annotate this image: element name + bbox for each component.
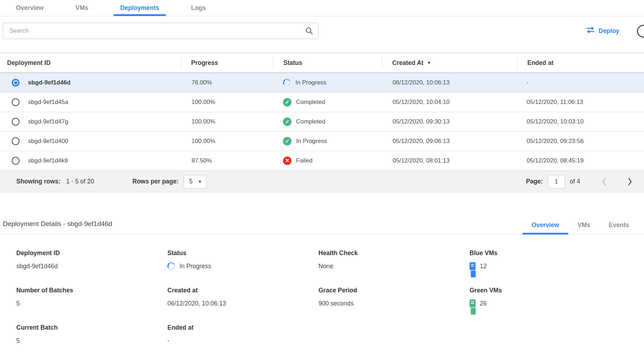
cell-progress: 87.50% xyxy=(181,157,273,164)
swap-arrows-icon xyxy=(586,26,595,35)
table-row[interactable]: sbgd-9ef1d4k8 87.50% Failed 05/12/2020, … xyxy=(0,151,644,171)
details-title: Deployment Details - sbgd-9ef1d46d xyxy=(3,220,112,228)
detail-field-label: Blue VMs xyxy=(470,249,644,257)
cell-created-at: 05/12/2020, 09:06:13 xyxy=(382,138,517,145)
status-icon xyxy=(283,137,292,145)
top-tab-bar: Overview VMs Deployments Logs xyxy=(0,0,644,16)
detail-field: Deployment ID sbgd-9ef1d46d xyxy=(16,249,167,270)
details-tab[interactable]: Overview xyxy=(522,221,568,235)
status-text: In Progress xyxy=(296,138,327,145)
detail-field-value: sbgd-9ef1d46d xyxy=(16,262,167,270)
column-header-status[interactable]: Status xyxy=(273,57,382,68)
details-tab[interactable]: VMs xyxy=(568,221,600,235)
row-radio-button[interactable] xyxy=(12,137,20,145)
search-input[interactable] xyxy=(3,23,318,39)
detail-field: Status In Progress xyxy=(167,249,318,270)
cell-deployment-id: sbgd-9ef1d45a xyxy=(0,98,181,106)
rows-per-page-select[interactable]: 5 ▼ xyxy=(184,175,206,188)
top-tab[interactable]: Overview xyxy=(9,0,50,16)
page-label: Page: xyxy=(526,178,543,185)
detail-field-label: Deployment ID xyxy=(16,249,167,257)
page-number-input[interactable] xyxy=(548,175,565,188)
cell-ended-at: 05/12/2020, 08:45:19 xyxy=(517,157,644,164)
detail-value-text: 5 xyxy=(16,300,20,307)
cell-created-at: 05/12/2020, 09:30:13 xyxy=(382,118,517,125)
chevron-down-icon: ▼ xyxy=(198,179,202,184)
table-header-row: Deployment ID Progress Status Created At… xyxy=(0,53,644,73)
detail-field-label: Number of Batches xyxy=(16,287,167,294)
detail-field: Number of Batches 5 xyxy=(16,287,167,308)
deployment-id-text: sbgd-9ef1d400 xyxy=(28,138,68,145)
column-header-ended-at[interactable]: Ended at xyxy=(517,57,644,68)
cell-created-at: 06/12/2020, 10:06:13 xyxy=(382,79,517,86)
refresh-icon[interactable] xyxy=(634,22,644,40)
column-header-deployment-id[interactable]: Deployment ID xyxy=(0,57,181,68)
detail-value-text: sbgd-9ef1d46d xyxy=(16,263,58,270)
details-fields-grid: Deployment ID sbgd-9ef1d46d Status In Pr… xyxy=(0,235,644,345)
detail-field: Health Check None xyxy=(318,249,470,270)
status-text: Completed xyxy=(296,99,325,106)
detail-field-label: Green VMs xyxy=(470,287,644,294)
status-text: In Progress xyxy=(295,79,326,86)
detail-field-value: 900 seconds xyxy=(318,299,470,308)
table-row[interactable]: sbgd-9ef1d400 100.00% In Progress 05/12/… xyxy=(0,132,644,151)
detail-field-label: Created at xyxy=(167,287,318,294)
detail-field-value: 12 xyxy=(470,262,644,270)
rows-per-page-label: Rows per page: xyxy=(132,178,178,185)
detail-field-value: 06/12/2020, 10:06:13 xyxy=(167,299,318,308)
detail-field: Grace Period 900 seconds xyxy=(318,287,470,308)
next-page-button[interactable] xyxy=(626,176,634,187)
previous-page-button[interactable] xyxy=(600,176,608,187)
detail-field: Created at 06/12/2020, 10:06:13 xyxy=(167,287,318,308)
row-radio-button[interactable] xyxy=(12,157,20,165)
detail-field-value: 26 xyxy=(470,299,644,308)
status-text: Completed xyxy=(296,118,325,125)
column-header-created-at[interactable]: Created At ▼ xyxy=(382,57,517,68)
deploy-button-label: Deploy xyxy=(599,27,619,35)
table-row[interactable]: sbgd-9ef1d45a 100.00% Completed 05/12/20… xyxy=(0,93,644,112)
page-total-label: of 4 xyxy=(570,178,580,185)
detail-value-text: 26 xyxy=(480,300,487,307)
cell-ended-at: 05/12/2020, 09:23:56 xyxy=(517,138,644,145)
status-icon xyxy=(283,156,292,165)
table-row[interactable]: sbgd-9ef1d46d 76.00% In Progress 06/12/2… xyxy=(0,73,644,93)
detail-value-text: 12 xyxy=(480,263,487,270)
top-tab[interactable]: Deployments xyxy=(113,0,166,16)
table-row[interactable]: sbgd-9ef1d47g 100.00% Completed 05/12/20… xyxy=(0,112,644,132)
detail-field: Current Batch 5 xyxy=(16,324,167,345)
deploy-button[interactable]: Deploy xyxy=(586,26,619,35)
top-tab[interactable]: VMs xyxy=(69,0,95,16)
deployment-id-text: sbgd-9ef1d4k8 xyxy=(28,157,68,164)
row-radio-button[interactable] xyxy=(12,118,20,126)
cell-progress: 100.00% xyxy=(181,118,273,125)
search-box xyxy=(3,23,318,39)
rows-per-page-value: 5 xyxy=(189,178,193,185)
search-icon xyxy=(305,27,313,37)
cell-created-at: 05/12/2020, 10:04:10 xyxy=(382,99,517,106)
cell-created-at: 05/12/2020, 08:01:13 xyxy=(382,157,517,164)
row-radio-button[interactable] xyxy=(12,98,20,106)
cell-progress: 100.00% xyxy=(181,99,273,106)
detail-value-icon xyxy=(470,299,476,307)
cell-status: Failed xyxy=(273,156,382,165)
top-tab[interactable]: Logs xyxy=(184,0,213,16)
row-radio-button[interactable] xyxy=(12,79,20,87)
column-header-progress[interactable]: Progress xyxy=(181,57,273,68)
cell-ended-at: - xyxy=(517,79,644,86)
showing-rows-label: Showing rows: xyxy=(16,178,60,185)
cell-deployment-id: sbgd-9ef1d4k8 xyxy=(0,157,181,165)
cell-deployment-id: sbgd-9ef1d47g xyxy=(0,118,181,126)
cell-ended-at: 05/12/2020, 11:06:13 xyxy=(517,99,644,106)
details-tab[interactable]: Events xyxy=(600,221,638,235)
sort-desc-icon: ▼ xyxy=(427,60,431,65)
detail-field-value: In Progress xyxy=(167,262,318,270)
deployments-table: Deployment ID Progress Status Created At… xyxy=(0,53,644,193)
deployment-id-text: sbgd-9ef1d45a xyxy=(28,99,68,106)
cell-deployment-id: sbgd-9ef1d400 xyxy=(0,137,181,145)
status-icon xyxy=(283,98,292,106)
cell-progress: 76.00% xyxy=(181,79,273,86)
deployment-id-text: sbgd-9ef1d46d xyxy=(28,79,71,86)
details-tab-bar: Overview VMs Events xyxy=(522,221,638,235)
cell-progress: 100.00% xyxy=(181,138,273,145)
detail-field-label: Current Batch xyxy=(16,324,167,331)
